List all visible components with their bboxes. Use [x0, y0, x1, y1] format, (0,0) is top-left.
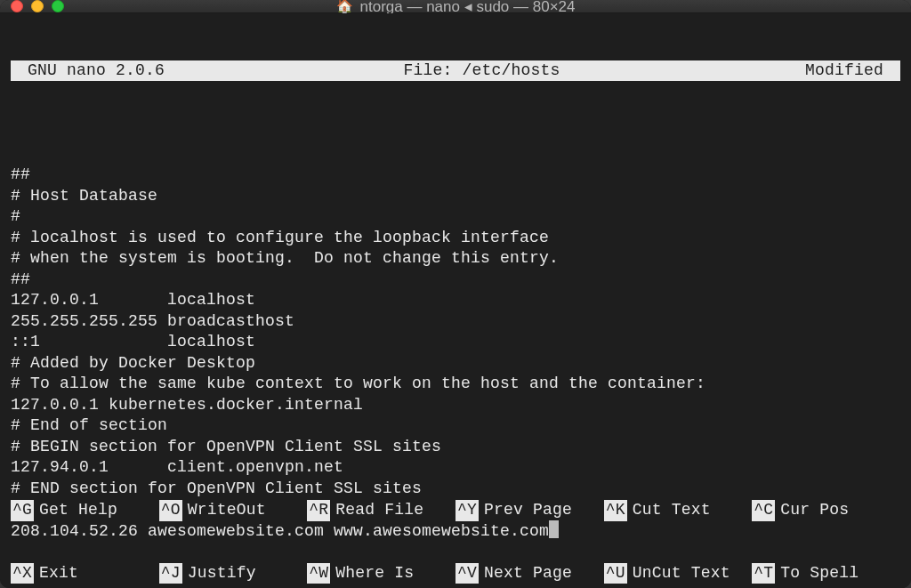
help-item: ^KCut Text: [604, 500, 753, 521]
hotkey-label: UnCut Text: [633, 563, 730, 584]
help-item: ^GGet Help: [11, 500, 159, 521]
close-icon[interactable]: [11, 0, 23, 12]
hotkey-label: Read File: [335, 500, 423, 521]
editor-line: #: [11, 207, 20, 225]
editor-line: ##: [11, 270, 30, 288]
hotkey-label: WriteOut: [188, 500, 266, 521]
nano-help-bar: ^GGet Help ^OWriteOut ^RRead File ^YPrev…: [11, 458, 900, 588]
editor-line: 127.0.0.1 localhost: [11, 291, 255, 309]
help-item: ^UUnCut Text: [604, 563, 753, 584]
minimize-icon[interactable]: [31, 0, 44, 12]
home-icon: 🏠: [336, 0, 353, 14]
help-item: ^RRead File: [307, 500, 456, 521]
editor-line: # End of section: [11, 416, 167, 434]
hotkey-badge: ^V: [456, 563, 479, 584]
terminal-window: 🏠 ntorga — nano ◂ sudo — 80×24 GNU nano …: [0, 0, 911, 588]
editor-line: # Added by Docker Desktop: [11, 354, 255, 372]
help-row: ^GGet Help ^OWriteOut ^RRead File ^YPrev…: [11, 500, 900, 521]
hotkey-label: Cut Text: [633, 500, 711, 521]
editor-line: # when the system is booting. Do not cha…: [11, 249, 559, 267]
editor-line: ##: [11, 165, 30, 183]
nano-modified-label: Modified: [799, 60, 897, 82]
help-item: ^CCur Pos: [752, 500, 900, 521]
help-item: ^YPrev Page: [456, 500, 604, 521]
hotkey-label: Next Page: [484, 563, 572, 584]
editor-line: 127.0.0.1 kubernetes.docker.internal: [11, 396, 363, 414]
terminal-body[interactable]: GNU nano 2.0.6 File: /etc/hosts Modified…: [0, 13, 911, 588]
editor-line: # localhost is used to configure the loo…: [11, 229, 549, 246]
editor-line: 255.255.255.255 broadcasthost: [11, 312, 294, 330]
hotkey-label: Exit: [39, 563, 78, 584]
hotkey-label: Get Help: [39, 500, 117, 521]
hotkey-badge: ^G: [11, 500, 34, 521]
traffic-lights: [11, 0, 64, 12]
hotkey-label: To Spell: [780, 563, 859, 584]
editor-line: # Host Database: [11, 187, 157, 205]
hotkey-label: Justify: [188, 563, 256, 584]
hotkey-badge: ^W: [307, 563, 330, 584]
hotkey-badge: ^Y: [456, 500, 479, 521]
help-item: ^VNext Page: [456, 563, 604, 584]
hotkey-badge: ^J: [159, 563, 182, 584]
editor-line: # To allow the same kube context to work…: [11, 375, 705, 392]
hotkey-badge: ^R: [307, 500, 330, 521]
help-item: ^TTo Spell: [752, 563, 900, 584]
titlebar[interactable]: 🏠 ntorga — nano ◂ sudo — 80×24: [0, 0, 911, 13]
nano-app-version: GNU nano 2.0.6: [14, 60, 165, 82]
nano-status-bar: GNU nano 2.0.6 File: /etc/hosts Modified: [11, 60, 900, 81]
hotkey-badge: ^O: [159, 500, 182, 521]
hotkey-badge: ^T: [752, 563, 775, 584]
maximize-icon[interactable]: [52, 0, 64, 12]
hotkey-label: Cur Pos: [780, 500, 849, 521]
help-item: ^WWhere Is: [307, 563, 456, 584]
help-row: ^XExit ^JJustify ^WWhere Is ^VNext Page …: [11, 563, 900, 584]
hotkey-badge: ^U: [604, 563, 627, 584]
nano-file-label: File: /etc/hosts: [165, 60, 799, 82]
editor-line: # BEGIN section for OpenVPN Client SSL s…: [11, 438, 441, 455]
hotkey-label: Where Is: [335, 563, 414, 584]
hotkey-badge: ^K: [604, 500, 627, 521]
editor-line: ::1 localhost: [11, 333, 255, 350]
help-item: ^OWriteOut: [159, 500, 308, 521]
hotkey-label: Prev Page: [484, 500, 572, 521]
hotkey-badge: ^C: [752, 500, 775, 521]
help-item: ^XExit: [11, 563, 159, 584]
hotkey-badge: ^X: [11, 563, 34, 584]
help-item: ^JJustify: [159, 563, 308, 584]
